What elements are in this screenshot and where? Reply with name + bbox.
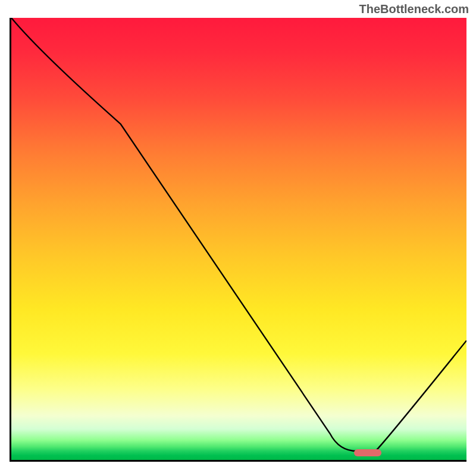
chart-plot-area bbox=[10, 18, 466, 462]
optimal-range-marker bbox=[354, 449, 381, 456]
watermark-text: TheBottleneck.com bbox=[359, 2, 469, 16]
bottleneck-curve bbox=[11, 18, 466, 460]
bottleneck-curve-path bbox=[11, 18, 466, 451]
